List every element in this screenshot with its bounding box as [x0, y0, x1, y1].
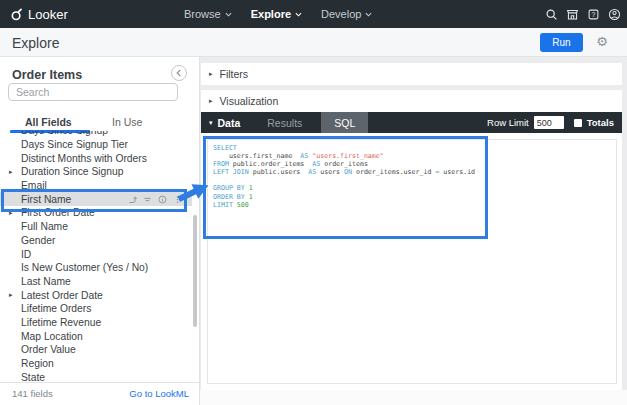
chevron-down-icon — [225, 12, 232, 17]
field-label: Full Name — [21, 221, 68, 232]
nav-menu-develop[interactable]: Develop — [317, 8, 376, 20]
visualization-panel-header[interactable]: ▸ Visualization — [201, 90, 622, 112]
sql-line: SELECT — [213, 144, 475, 152]
field-label: Duration Since Signup — [21, 166, 123, 177]
nav-menu-label: Browse — [184, 8, 221, 20]
chevron-left-icon — [172, 66, 186, 80]
collapse-sidebar-button[interactable] — [171, 65, 187, 81]
tab-all-fields[interactable]: All Fields — [25, 116, 72, 128]
field-count: 141 fields — [12, 388, 53, 399]
chevron-down-icon — [295, 12, 302, 17]
field-label: State — [21, 372, 45, 382]
data-panel-label[interactable]: Data — [218, 117, 241, 129]
field-item[interactable]: Map Location — [0, 329, 192, 343]
field-label: Region — [21, 358, 54, 369]
explore-header: Explore Run ⚙ — [0, 28, 627, 57]
field-label: Is New Customer (Yes / No) — [21, 262, 148, 273]
svg-text:?: ? — [592, 10, 596, 17]
field-item[interactable]: Days Since Signup — [0, 131, 192, 138]
marketplace-icon[interactable] — [566, 8, 579, 21]
tab-results[interactable]: Results — [267, 117, 302, 129]
field-label: First Order Date — [21, 207, 95, 218]
field-item[interactable]: Days Since Signup Tier — [0, 138, 192, 152]
nav-menu-explore[interactable]: Explore — [247, 8, 306, 20]
sql-line: users.first_name AS "users.first_name" — [213, 152, 475, 160]
field-label: Email — [21, 180, 47, 191]
data-panel-header: ▾ Data Results SQL Row Limit Totals — [201, 112, 622, 133]
sidebar-tabs: All Fields In Use — [0, 116, 192, 130]
triangle-right-icon[interactable]: ▸ — [9, 168, 13, 176]
field-item[interactable]: ▸Duration Since Signup — [0, 165, 192, 179]
field-label: Lifetime Revenue — [21, 317, 101, 328]
gear-icon[interactable]: ⚙ — [594, 34, 610, 50]
field-label: Map Location — [21, 331, 83, 342]
run-button[interactable]: Run — [540, 33, 583, 52]
sql-line: FROM public.order_items AS order_items — [213, 160, 475, 168]
field-label: First Name — [21, 194, 71, 205]
field-item[interactable]: Is New Customer (Yes / No) — [0, 261, 192, 275]
filter-icon[interactable] — [143, 195, 152, 204]
bottom-spacer — [200, 390, 627, 405]
looker-explore-screen: Looker BrowseExploreDevelop ? Explore Ru… — [0, 0, 627, 405]
triangle-down-icon[interactable]: ▾ — [209, 119, 213, 127]
triangle-right-icon[interactable]: ▸ — [9, 209, 13, 217]
sql-code: SELECT users.first_name AS "users.first_… — [213, 144, 475, 209]
field-label: Latest Order Date — [21, 290, 103, 301]
totals-checkbox[interactable] — [574, 119, 582, 127]
field-item[interactable]: First Name — [0, 192, 192, 206]
tab-sql[interactable]: SQL — [321, 112, 368, 133]
sql-output-box: SELECT users.first_name AS "users.first_… — [207, 139, 617, 384]
field-item[interactable]: ▸Latest Order Date — [0, 288, 192, 302]
nav-menu-label: Develop — [321, 8, 361, 20]
field-label: Order Value — [21, 344, 76, 355]
info-icon[interactable] — [158, 195, 167, 204]
search-input[interactable] — [8, 83, 178, 101]
go-to-lookml-link[interactable]: Go to LookML — [129, 388, 189, 399]
sql-line — [213, 176, 475, 184]
pivot-icon[interactable] — [128, 195, 137, 204]
page-title: Explore — [12, 35, 59, 51]
field-picker-sidebar: Order Items All Fields In Use Days Since… — [0, 57, 200, 382]
field-item[interactable]: Distinct Months with Orders — [0, 151, 192, 165]
field-item[interactable]: Full Name — [0, 220, 192, 234]
field-label: Gender — [21, 235, 55, 246]
nav-menus: BrowseExploreDevelop — [180, 0, 376, 28]
nav-icons: ? — [545, 0, 621, 28]
filters-panel-label: Filters — [220, 68, 249, 80]
field-item[interactable]: Lifetime Orders — [0, 302, 192, 316]
nav-menu-label: Explore — [251, 8, 291, 20]
field-label: Distinct Months with Orders — [21, 153, 147, 164]
explore-name: Order Items — [12, 68, 82, 82]
field-item[interactable]: Lifetime Revenue — [0, 316, 192, 330]
nav-menu-browse[interactable]: Browse — [180, 8, 236, 20]
data-panel-content: SELECT users.first_name AS "users.first_… — [201, 133, 622, 390]
looker-logo[interactable]: Looker — [10, 0, 68, 28]
filters-panel-header[interactable]: ▸ Filters — [201, 63, 622, 85]
search-icon[interactable] — [545, 8, 558, 21]
field-item[interactable]: Region — [0, 357, 192, 371]
field-item[interactable]: ▸First Order Date — [0, 206, 192, 220]
field-item[interactable]: Order Value — [0, 343, 192, 357]
visualization-panel-label: Visualization — [220, 95, 279, 107]
sidebar-footer: 141 fields Go to LookML — [0, 382, 200, 405]
field-hover-actions — [128, 195, 182, 204]
row-limit-input[interactable] — [534, 116, 564, 129]
field-item[interactable]: Last Name — [0, 275, 192, 289]
field-item[interactable]: Gender — [0, 234, 192, 248]
tab-in-use[interactable]: In Use — [112, 116, 142, 128]
row-limit-label: Row Limit — [487, 117, 529, 128]
field-list: Days Since SignupDays Since Signup TierD… — [0, 131, 192, 382]
sql-line: LIMIT 500 — [213, 201, 475, 209]
brand-label: Looker — [28, 7, 68, 22]
data-controls: Row Limit Totals — [487, 116, 622, 129]
field-item[interactable]: Email — [0, 179, 192, 193]
field-item[interactable]: ID — [0, 247, 192, 261]
top-navbar: Looker BrowseExploreDevelop ? — [0, 0, 627, 28]
field-item[interactable]: State — [0, 370, 192, 382]
more-icon[interactable] — [173, 195, 182, 204]
sql-line: ORDER BY 1 — [213, 193, 475, 201]
account-icon[interactable] — [608, 8, 621, 21]
triangle-right-icon[interactable]: ▸ — [9, 291, 13, 299]
help-icon[interactable]: ? — [587, 8, 600, 21]
sidebar-scrollbar[interactable] — [193, 215, 197, 327]
